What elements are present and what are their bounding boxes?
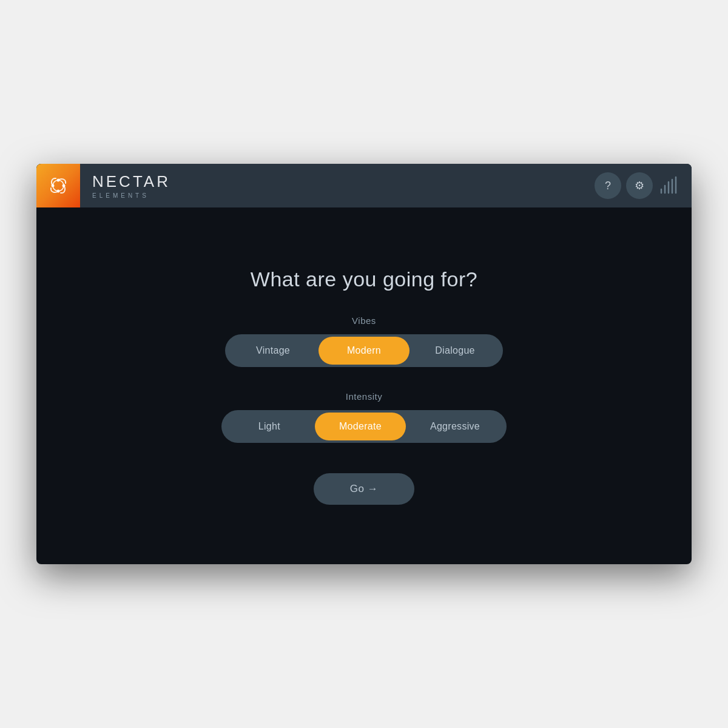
intensity-light[interactable]: Light <box>224 413 315 440</box>
settings-button[interactable]: ⚙ <box>626 172 653 199</box>
go-button[interactable]: Go → <box>314 473 414 505</box>
svg-point-0 <box>53 180 64 191</box>
main-content: What are you going for? Vibes Vintage Mo… <box>36 207 692 564</box>
vibes-button-group: Vintage Modern Dialogue <box>225 334 503 367</box>
intensity-section: Intensity Light Moderate Aggressive <box>221 391 507 443</box>
intensity-label: Intensity <box>346 391 382 402</box>
vibes-label: Vibes <box>352 315 376 326</box>
vibe-dialogue[interactable]: Dialogue <box>410 337 500 365</box>
app-window: NECTAR ELEMENTS ? ⚙ What are you going f… <box>36 164 692 564</box>
vibes-section: Vibes Vintage Modern Dialogue <box>225 315 503 367</box>
main-title: What are you going for? <box>251 268 477 291</box>
logo-block <box>36 164 80 207</box>
vibe-modern[interactable]: Modern <box>318 337 410 365</box>
svg-point-1 <box>57 179 60 182</box>
signal-icon <box>658 175 679 197</box>
header: NECTAR ELEMENTS ? ⚙ <box>36 164 692 207</box>
svg-point-4 <box>52 184 55 187</box>
brand-text: NECTAR ELEMENTS <box>92 172 170 199</box>
logo-icon <box>46 173 71 198</box>
brand-subtitle: ELEMENTS <box>92 192 170 199</box>
brand-name: NECTAR <box>92 172 170 191</box>
intensity-moderate[interactable]: Moderate <box>315 413 406 440</box>
header-actions: ? ⚙ <box>595 172 679 199</box>
intensity-button-group: Light Moderate Aggressive <box>221 410 507 443</box>
svg-point-3 <box>57 190 60 193</box>
help-button[interactable]: ? <box>595 172 621 199</box>
intensity-aggressive[interactable]: Aggressive <box>406 413 504 440</box>
vibe-vintage[interactable]: Vintage <box>228 337 318 365</box>
svg-point-2 <box>62 184 66 187</box>
